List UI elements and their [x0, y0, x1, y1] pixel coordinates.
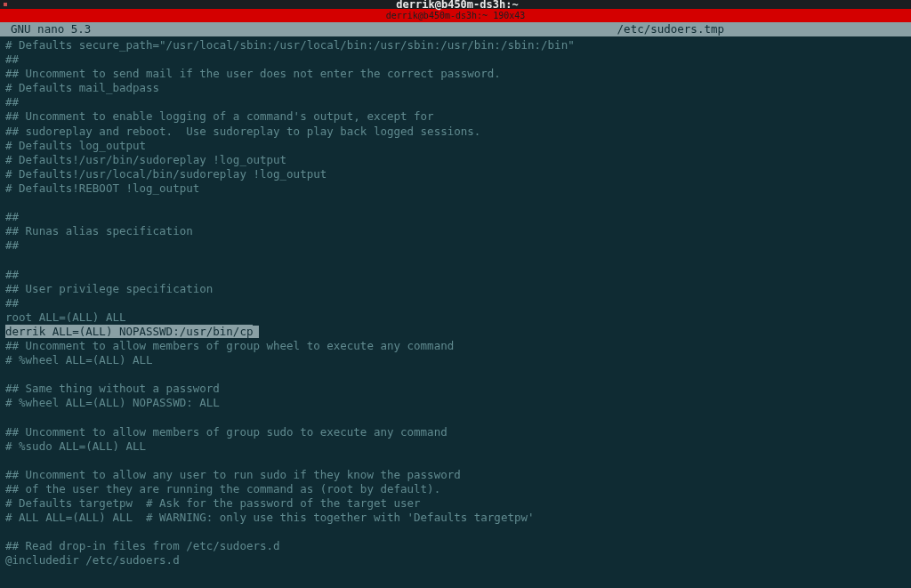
- editor-line[interactable]: derrik ALL=(ALL) NOPASSWD:/usr/bin/cp: [5, 325, 906, 339]
- editor-line[interactable]: ## User privilege specification: [5, 282, 906, 296]
- text-cursor: [253, 326, 259, 338]
- editor-line[interactable]: [5, 253, 906, 267]
- editor-line[interactable]: ## Uncomment to enable logging of a comm…: [5, 109, 906, 124]
- editor-line[interactable]: ## Same thing without a password: [5, 382, 906, 396]
- editor-line[interactable]: ## sudoreplay and reboot. Use sudoreplay…: [5, 125, 906, 139]
- editor-line[interactable]: ##: [5, 52, 906, 67]
- editor-line[interactable]: ##: [5, 95, 906, 109]
- editor-line[interactable]: # ALL ALL=(ALL) ALL # WARNING: only use …: [5, 511, 906, 525]
- editor-line[interactable]: # %wheel ALL=(ALL) ALL: [5, 353, 906, 367]
- editor-line[interactable]: ## of the user they are running the comm…: [5, 482, 906, 496]
- highlighted-line[interactable]: derrik ALL=(ALL) NOPASSWD:/usr/bin/cp: [5, 325, 253, 338]
- editor-line[interactable]: # Defaults secure_path="/usr/local/sbin:…: [5, 38, 906, 52]
- window-title: derrik@b450m-ds3h:~: [7, 0, 907, 11]
- editor-line[interactable]: ##: [5, 210, 906, 224]
- editor-line[interactable]: [5, 410, 906, 424]
- editor-line[interactable]: ##: [5, 268, 906, 282]
- editor-line[interactable]: # Defaults targetpw # Ask for the passwo…: [5, 496, 906, 511]
- editor-line[interactable]: ## Runas alias specification: [5, 224, 906, 238]
- editor-line[interactable]: ##: [5, 238, 906, 253]
- editor-line[interactable]: [5, 454, 906, 468]
- editor-line[interactable]: ## Uncomment to allow members of group w…: [5, 339, 906, 353]
- nano-status-bar: GNU nano 5.3 /etc/sudoers.tmp: [0, 22, 911, 36]
- top-band: derrik@b450m-ds3h:~ 190x43: [0, 9, 911, 22]
- editor-line[interactable]: ## Uncomment to allow members of group s…: [5, 425, 906, 439]
- editor-line[interactable]: root ALL=(ALL) ALL: [5, 310, 906, 325]
- editor-line[interactable]: [5, 367, 906, 382]
- editor-line[interactable]: @includedir /etc/sudoers.d: [5, 553, 906, 568]
- nano-app-label: GNU nano 5.3: [0, 22, 91, 36]
- window-subtitle: derrik@b450m-ds3h:~ 190x43: [386, 11, 526, 20]
- editor-line[interactable]: # Defaults!REBOOT !log_output: [5, 181, 906, 196]
- editor-viewport[interactable]: # Defaults secure_path="/usr/local/sbin:…: [0, 36, 911, 568]
- window-titlebar: derrik@b450m-ds3h:~: [0, 0, 911, 9]
- nano-filename: /etc/sudoers.tmp: [617, 22, 911, 36]
- editor-line[interactable]: # Defaults log_output: [5, 139, 906, 153]
- editor-line[interactable]: ##: [5, 296, 906, 310]
- editor-line[interactable]: # Defaults!/usr/bin/sudoreplay !log_outp…: [5, 153, 906, 167]
- editor-line[interactable]: [5, 196, 906, 210]
- editor-line[interactable]: # %wheel ALL=(ALL) NOPASSWD: ALL: [5, 396, 906, 410]
- editor-line[interactable]: ## Read drop-in files from /etc/sudoers.…: [5, 539, 906, 553]
- editor-line[interactable]: # Defaults!/usr/local/bin/sudoreplay !lo…: [5, 167, 906, 181]
- editor-line[interactable]: # %sudo ALL=(ALL) ALL: [5, 439, 906, 454]
- editor-line[interactable]: ## Uncomment to send mail if the user do…: [5, 67, 906, 81]
- editor-line[interactable]: ## Uncomment to allow any user to run su…: [5, 468, 906, 482]
- editor-line[interactable]: # Defaults mail_badpass: [5, 81, 906, 95]
- editor-line[interactable]: [5, 525, 906, 539]
